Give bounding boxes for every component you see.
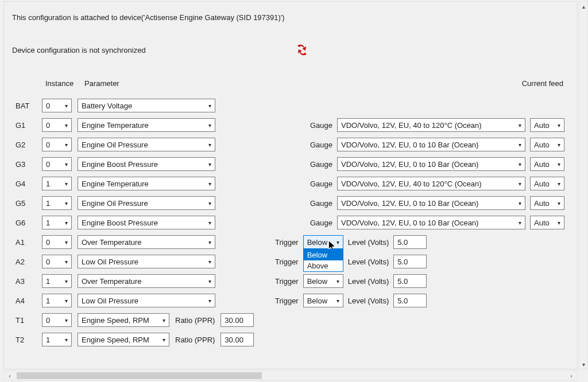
- ratio-ppr-input[interactable]: 30.00: [220, 313, 254, 327]
- chevron-down-icon: ▾: [336, 298, 339, 304]
- row-t2: T2 1▾ Engine Speed, RPM▾ Ratio (PPR) 30.…: [12, 330, 569, 349]
- chevron-down-icon: ▾: [65, 298, 68, 304]
- row-g1: G1 0▾ Engine Temperature▾ Gauge VDO/Volv…: [12, 115, 569, 135]
- current-feed-select[interactable]: Auto▾: [530, 177, 564, 190]
- gauge-select[interactable]: VDO/Volvo, 12V, EU, 0 to 10 Bar (Ocean)▾: [337, 196, 525, 210]
- trigger-label: Trigger: [275, 258, 299, 266]
- row-label: T1: [12, 316, 36, 325]
- chevron-down-icon: ▾: [208, 200, 211, 206]
- level-volts-label: Level (Volts): [348, 297, 389, 305]
- parameter-select[interactable]: Engine Temperature▾: [78, 177, 215, 190]
- row-g6: G6 1▾ Engine Boost Pressure▾ Gauge VDO/V…: [12, 213, 569, 232]
- parameter-select[interactable]: Over Temperature▾: [78, 235, 215, 249]
- row-label: G6: [12, 219, 36, 227]
- instance-select[interactable]: 0▾: [42, 99, 72, 112]
- parameter-select[interactable]: Engine Oil Pressure▾: [78, 138, 215, 151]
- instance-select[interactable]: 0▾: [42, 157, 72, 171]
- horizontal-scrollbar[interactable]: ‹ ›: [3, 371, 578, 381]
- chevron-down-icon: ▾: [519, 161, 521, 167]
- parameter-select[interactable]: Low Oil Pressure▾: [78, 294, 215, 307]
- level-volts-input[interactable]: 5.0: [393, 294, 427, 307]
- chevron-down-icon: ▾: [65, 181, 68, 187]
- row-label: BAT: [12, 102, 36, 110]
- row-label: A1: [12, 238, 36, 247]
- current-feed-select[interactable]: Auto▾: [530, 118, 564, 132]
- header-parameter: Parameter: [84, 79, 199, 88]
- level-volts-input[interactable]: 5.0: [393, 235, 427, 249]
- trigger-select[interactable]: Below▾ Below Above: [303, 235, 343, 249]
- parameter-select[interactable]: Low Oil Pressure▾: [78, 255, 215, 268]
- header-current-feed: Current feed: [522, 79, 563, 88]
- parameter-select[interactable]: Engine Temperature▾: [78, 118, 215, 132]
- row-label: T2: [12, 336, 36, 344]
- row-label: A4: [12, 297, 36, 305]
- instance-select[interactable]: 1▾: [42, 333, 72, 346]
- parameter-select[interactable]: Battery Voltage▾: [78, 99, 215, 112]
- instance-select[interactable]: 1▾: [42, 177, 72, 190]
- gauge-label: Gauge: [310, 141, 332, 149]
- gauge-label: Gauge: [310, 180, 332, 188]
- scroll-down-icon[interactable]: ▾: [579, 360, 587, 369]
- instance-select[interactable]: 1▾: [42, 294, 72, 307]
- parameter-select[interactable]: Engine Boost Pressure▾: [78, 216, 215, 229]
- instance-select[interactable]: 1▾: [42, 274, 72, 288]
- scroll-thumb[interactable]: [17, 372, 262, 379]
- scroll-left-icon[interactable]: ‹: [4, 371, 16, 380]
- gauge-select[interactable]: VDO/Volvo, 12V, EU, 40 to 120°C (Ocean)▾: [337, 177, 525, 190]
- chevron-down-icon: ▾: [65, 259, 68, 265]
- parameter-select[interactable]: Engine Speed, RPM▾: [78, 333, 169, 346]
- trigger-option-above[interactable]: Above: [304, 260, 343, 271]
- instance-select[interactable]: 0▾: [42, 235, 72, 249]
- chevron-down-icon: ▾: [208, 142, 211, 148]
- column-header-row: Instance Parameter Current feed: [45, 79, 569, 88]
- chevron-down-icon: ▾: [558, 220, 560, 226]
- level-volts-input[interactable]: 5.0: [393, 255, 427, 268]
- parameter-select[interactable]: Engine Oil Pressure▾: [78, 196, 215, 210]
- chevron-down-icon: ▾: [163, 337, 165, 343]
- gauge-label: Gauge: [310, 219, 332, 227]
- instance-select[interactable]: 1▾: [42, 196, 72, 210]
- ratio-ppr-input[interactable]: 30.00: [220, 333, 254, 346]
- gauge-select[interactable]: VDO/Volvo, 12V, EU, 0 to 10 Bar (Ocean)▾: [337, 157, 525, 171]
- chevron-down-icon: ▾: [65, 103, 68, 109]
- chevron-down-icon: ▾: [208, 278, 211, 284]
- current-feed-select[interactable]: Auto▾: [530, 138, 564, 151]
- parameter-select[interactable]: Engine Boost Pressure▾: [78, 157, 215, 171]
- chevron-down-icon: ▾: [336, 278, 339, 284]
- chevron-down-icon: ▾: [208, 122, 211, 128]
- row-label: G3: [12, 160, 36, 169]
- current-feed-select[interactable]: Auto▾: [530, 157, 564, 171]
- chevron-down-icon: ▾: [65, 220, 68, 226]
- chevron-down-icon: ▾: [558, 142, 560, 148]
- level-volts-input[interactable]: 5.0: [393, 274, 427, 288]
- instance-select[interactable]: 0▾: [42, 138, 72, 151]
- chevron-down-icon: ▾: [65, 142, 68, 148]
- trigger-option-below[interactable]: Below: [304, 250, 343, 260]
- ratio-ppr-label: Ratio (PPR): [175, 336, 215, 344]
- header-instance: Instance: [45, 79, 78, 88]
- chevron-down-icon: ▾: [558, 122, 560, 128]
- gauge-select[interactable]: VDO/Volvo, 12V, EU, 0 to 10 Bar (Ocean)▾: [337, 138, 525, 151]
- parameter-select[interactable]: Over Temperature▾: [78, 274, 215, 288]
- row-label: G4: [12, 180, 36, 188]
- instance-select[interactable]: 0▾: [42, 313, 72, 327]
- scroll-right-icon[interactable]: ›: [566, 371, 577, 380]
- vertical-scrollbar[interactable]: ▴ ▾: [579, 1, 588, 369]
- chevron-down-icon: ▾: [336, 239, 339, 245]
- row-a4: A4 1▾ Low Oil Pressure▾ Trigger Below▾ L…: [12, 291, 569, 310]
- instance-select[interactable]: 0▾: [42, 118, 72, 132]
- chevron-down-icon: ▾: [208, 259, 211, 265]
- current-feed-select[interactable]: Auto▾: [530, 196, 564, 210]
- level-volts-label: Level (Volts): [348, 238, 389, 247]
- trigger-select[interactable]: Below▾: [303, 294, 343, 307]
- scroll-up-icon[interactable]: ▴: [579, 2, 587, 11]
- trigger-select[interactable]: Below▾: [303, 274, 343, 288]
- instance-select[interactable]: 1▾: [42, 216, 72, 229]
- gauge-label: Gauge: [310, 160, 332, 169]
- gauge-select[interactable]: VDO/Volvo, 12V, EU, 40 to 120°C (Ocean)▾: [337, 118, 525, 132]
- instance-select[interactable]: 0▾: [42, 255, 72, 268]
- gauge-select[interactable]: VDO/Volvo, 12V, EU, 0 to 10 Bar (Ocean)▾: [337, 216, 525, 229]
- parameter-select[interactable]: Engine Speed, RPM▾: [78, 313, 169, 327]
- current-feed-select[interactable]: Auto▾: [530, 216, 564, 229]
- chevron-down-icon: ▾: [519, 220, 521, 226]
